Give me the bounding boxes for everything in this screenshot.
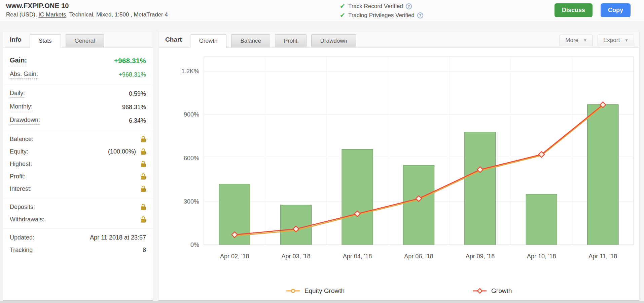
broker-link[interactable]: IC Markets: [38, 11, 66, 18]
chart-tab-profit[interactable]: Profit: [275, 34, 307, 47]
legend-item-equity-growth[interactable]: Equity Growth: [286, 287, 345, 295]
green-check-icon: ✔: [340, 2, 345, 10]
stats-list: Gain:+968.31%Abs. Gain:+968.31%Daily:0.5…: [3, 48, 153, 259]
stat-label: Withdrawals:: [10, 216, 44, 223]
stat-label: Monthly:: [10, 103, 33, 111]
chevron-down-icon: ▼: [624, 38, 629, 43]
export-dropdown[interactable]: Export ▼: [598, 35, 634, 46]
info-panel-title: Info: [10, 36, 25, 47]
y-axis-tick-label: 0%: [190, 242, 199, 248]
gold-padlock-icon: [141, 204, 146, 210]
stat-group: Daily:0.59%Monthly:968.31%Drawdown:6.34%: [3, 84, 153, 130]
verification-label: Track Record Verified: [348, 3, 403, 10]
y-axis-tick-label: 300%: [184, 198, 199, 205]
stat-row: Withdrawals:: [3, 213, 153, 226]
growth-bar: [587, 104, 618, 245]
x-axis-tick-label: Apr 09, '18: [466, 253, 495, 260]
tab-stats[interactable]: Stats: [30, 34, 61, 48]
stat-value: 968.31%: [122, 104, 146, 111]
stat-value: +968.31%: [114, 57, 146, 65]
x-axis-tick-label: Apr 03, '18: [281, 253, 311, 260]
stat-row: Deposits:: [3, 201, 153, 213]
growth-bar: [281, 205, 312, 245]
stat-row: Tracking8: [3, 244, 153, 256]
verification-label: Trading Privileges Verified: [348, 12, 415, 19]
stat-group: Updated:Apr 11 2018 at 23:57Tracking8: [3, 229, 153, 259]
stat-label: Interest:: [10, 185, 32, 192]
green-check-icon: ✔: [340, 11, 345, 19]
chart-tab-balance[interactable]: Balance: [231, 34, 270, 47]
stat-row: Balance:: [3, 133, 153, 145]
stat-label: Abs. Gain:: [10, 71, 38, 79]
stat-label: Deposits:: [10, 204, 35, 211]
stat-value: 8: [143, 247, 146, 254]
info-tabs: StatsGeneral: [25, 34, 104, 47]
stat-row: Highest:: [3, 158, 153, 170]
help-icon[interactable]: ?: [406, 3, 412, 9]
stat-label: Profit:: [10, 173, 26, 180]
gold-padlock-icon: [141, 161, 146, 167]
more-dropdown[interactable]: More ▼: [560, 35, 593, 46]
growth-bar: [465, 132, 496, 245]
verification-row: ✔ Track Record Verified ?: [340, 2, 423, 11]
account-subtitle-suffix: , Technical, Mixed, 1:500 , MetaTrader 4: [66, 11, 168, 18]
growth-bar: [403, 165, 434, 245]
gold-padlock-icon: [141, 216, 146, 223]
legend-label: Equity Growth: [305, 287, 345, 295]
account-title: www.FXPIP.ONE 10: [6, 2, 168, 10]
account-subtitle: Real (USD), IC Markets, Technical, Mixed…: [6, 11, 168, 18]
stat-row: Monthly:968.31%: [3, 100, 153, 114]
chart-tab-growth[interactable]: Growth: [190, 34, 227, 48]
locked-value: [141, 136, 146, 142]
stat-row: Daily:0.59%: [3, 87, 153, 100]
account-subtitle-prefix: Real (USD),: [6, 11, 38, 18]
legend-item-growth[interactable]: Growth: [472, 287, 512, 295]
page-bottom-strip: [0, 301, 644, 303]
circle-marker-icon: [286, 288, 300, 294]
tab-general[interactable]: General: [66, 34, 104, 47]
stat-row: Updated:Apr 11 2018 at 23:57: [3, 231, 153, 244]
stat-group: Balance:Equity:(100.00%)Highest:Profit:I…: [3, 130, 153, 198]
locked-value: [141, 148, 146, 155]
x-axis-tick-label: Apr 02, '18: [220, 253, 249, 260]
locked-value: [141, 204, 146, 210]
gold-padlock-icon: [141, 186, 146, 192]
chart-panel: Chart GrowthBalanceProfitDrawdown More ▼…: [158, 32, 639, 301]
help-icon[interactable]: ?: [417, 12, 423, 18]
chart-legend: Equity GrowthGrowth: [158, 282, 639, 300]
diamond-marker-icon: [472, 288, 487, 294]
stat-label: Balance:: [10, 136, 33, 143]
stat-label: Gain:: [10, 56, 27, 65]
chart-panel-title: Chart: [165, 36, 185, 47]
stat-group: Gain:+968.31%Abs. Gain:+968.31%: [3, 51, 153, 84]
stat-value: 6.34%: [129, 117, 146, 124]
stat-row: Drawdown:6.34%: [3, 114, 153, 127]
stat-value: +968.31%: [118, 71, 146, 78]
verification-row: ✔ Trading Privileges Verified ?: [340, 11, 423, 20]
x-axis-tick-label: Apr 11, '18: [588, 253, 617, 260]
export-label: Export: [603, 37, 620, 44]
stat-label: Tracking: [10, 247, 33, 254]
growth-bar: [526, 194, 557, 245]
info-panel-header: Info StatsGeneral: [3, 32, 153, 48]
copy-button[interactable]: Copy: [601, 3, 631, 17]
locked-value: [141, 161, 146, 167]
stat-value: (100.00%): [108, 148, 136, 155]
stat-row: Profit:: [3, 170, 153, 183]
chart-header-actions: More ▼ Export ▼: [560, 35, 634, 46]
chart-tab-drawdown[interactable]: Drawdown: [311, 34, 356, 47]
y-axis-tick-label: 1.2K%: [181, 68, 199, 75]
stat-value: Apr 11 2018 at 23:57: [90, 234, 146, 241]
more-label: More: [565, 37, 578, 44]
stat-label: Equity:: [10, 148, 28, 155]
chart-tabs: GrowthBalanceProfitDrawdown: [185, 34, 356, 47]
discuss-button[interactable]: Discuss: [554, 3, 593, 17]
x-axis-tick-label: Apr 10, '18: [527, 253, 556, 260]
page-header: www.FXPIP.ONE 10 Real (USD), IC Markets,…: [0, 0, 644, 21]
stat-label: Highest:: [10, 161, 32, 168]
header-actions: Discuss Copy: [554, 3, 631, 17]
chart-panel-header: Chart GrowthBalanceProfitDrawdown More ▼…: [158, 32, 639, 48]
locked-value: [141, 186, 146, 192]
x-axis-tick-label: Apr 06, '18: [404, 253, 433, 260]
stat-label: Updated:: [10, 234, 34, 241]
